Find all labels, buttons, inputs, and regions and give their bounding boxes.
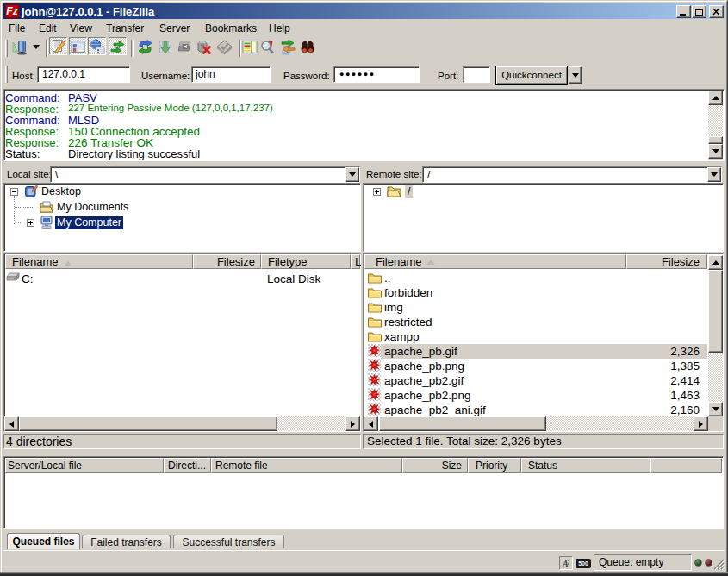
svg-text:A: A xyxy=(562,559,569,568)
